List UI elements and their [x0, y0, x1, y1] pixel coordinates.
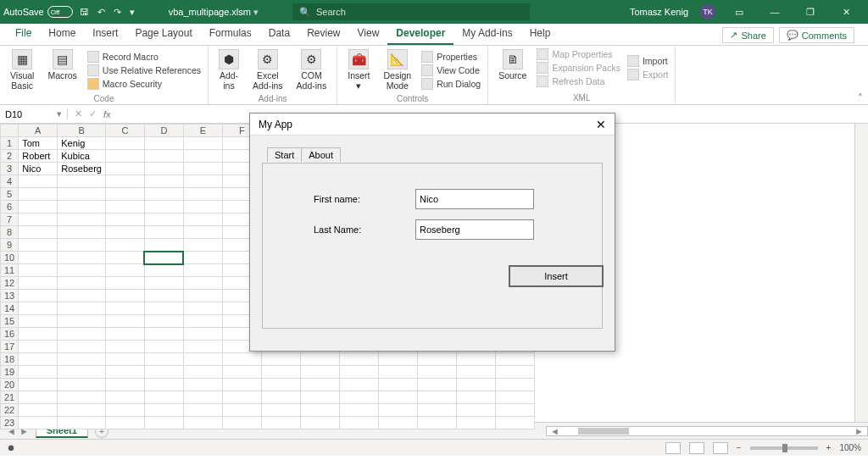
- use-relative-button[interactable]: Use Relative References: [87, 64, 201, 77]
- cell-C9[interactable]: [105, 239, 144, 252]
- cell-D23[interactable]: [144, 417, 183, 429]
- row-header-9[interactable]: 9: [1, 239, 19, 252]
- cell-B19[interactable]: [58, 366, 106, 379]
- cell-C15[interactable]: [105, 315, 144, 328]
- cell-B10[interactable]: [58, 252, 106, 264]
- maximize-icon[interactable]: ❐: [798, 7, 822, 18]
- cell-A10[interactable]: [19, 252, 58, 264]
- macros-button[interactable]: ▤Macros: [44, 47, 80, 92]
- row-header-3[interactable]: 3: [1, 163, 19, 175]
- cell-E14[interactable]: [183, 302, 222, 315]
- enter-formula-icon[interactable]: ✓: [89, 108, 97, 119]
- col-header-A[interactable]: A: [19, 125, 58, 137]
- page-layout-view-button[interactable]: [689, 442, 704, 454]
- cell-A22[interactable]: [19, 404, 58, 417]
- cell-U23[interactable]: [495, 417, 534, 429]
- cell-F19[interactable]: [222, 366, 261, 379]
- cell-O19[interactable]: [261, 366, 300, 379]
- cell-D8[interactable]: [144, 226, 183, 239]
- cell-C1[interactable]: [105, 137, 144, 150]
- cell-E21[interactable]: [183, 391, 222, 404]
- cell-E15[interactable]: [183, 315, 222, 328]
- cell-D20[interactable]: [144, 379, 183, 391]
- addins-button[interactable]: ⬢Add- ins: [215, 47, 242, 92]
- cell-C14[interactable]: [105, 302, 144, 315]
- cell-E17[interactable]: [183, 341, 222, 353]
- cell-T18[interactable]: [456, 353, 495, 366]
- cell-Q20[interactable]: [339, 379, 378, 391]
- import-button[interactable]: Import: [627, 54, 668, 68]
- cell-B2[interactable]: Kubica: [58, 150, 106, 163]
- cell-P18[interactable]: [300, 353, 339, 366]
- cell-C18[interactable]: [105, 353, 144, 366]
- cell-Q18[interactable]: [339, 353, 378, 366]
- cell-R20[interactable]: [378, 379, 417, 391]
- cell-A11[interactable]: [19, 264, 58, 277]
- cell-C19[interactable]: [105, 366, 144, 379]
- cancel-formula-icon[interactable]: ✕: [75, 108, 82, 119]
- row-header-18[interactable]: 18: [1, 353, 19, 366]
- zoom-out-icon[interactable]: −: [737, 443, 742, 452]
- cell-A8[interactable]: [19, 226, 58, 239]
- cell-F22[interactable]: [222, 404, 261, 417]
- com-addins-button[interactable]: ⚙COM Add-ins: [293, 47, 331, 92]
- cell-T19[interactable]: [456, 366, 495, 379]
- cell-D4[interactable]: [144, 175, 183, 188]
- cell-D18[interactable]: [144, 353, 183, 366]
- cell-B20[interactable]: [58, 379, 106, 391]
- ribbon-tab-help[interactable]: Help: [521, 23, 559, 45]
- ribbon-tab-home[interactable]: Home: [40, 23, 84, 45]
- source-button[interactable]: 🗎Source: [495, 47, 530, 88]
- cell-A18[interactable]: [19, 353, 58, 366]
- filename[interactable]: vba_multipage.xlsm ▾: [169, 7, 259, 18]
- cell-U20[interactable]: [495, 379, 534, 391]
- cell-C2[interactable]: [105, 150, 144, 163]
- cell-P23[interactable]: [300, 417, 339, 429]
- cell-C17[interactable]: [105, 341, 144, 353]
- row-header-15[interactable]: 15: [1, 315, 19, 328]
- ribbon-tab-data[interactable]: Data: [260, 23, 298, 45]
- cell-A9[interactable]: [19, 239, 58, 252]
- cell-A14[interactable]: [19, 302, 58, 315]
- cell-C7[interactable]: [105, 213, 144, 226]
- cell-A23[interactable]: [19, 417, 58, 429]
- cell-O22[interactable]: [261, 404, 300, 417]
- cell-E16[interactable]: [183, 328, 222, 341]
- cell-A2[interactable]: Robert: [19, 150, 58, 163]
- comments-button[interactable]: 💬Comments: [779, 27, 854, 43]
- cell-U19[interactable]: [495, 366, 534, 379]
- cell-R18[interactable]: [378, 353, 417, 366]
- cell-B21[interactable]: [58, 391, 106, 404]
- page-break-view-button[interactable]: [713, 442, 728, 454]
- qat-dropdown-icon[interactable]: ▾: [130, 7, 135, 18]
- share-button[interactable]: ↗Share: [722, 27, 773, 43]
- run-dialog-button[interactable]: Run Dialog: [421, 77, 481, 91]
- close-icon[interactable]: ✕: [834, 7, 858, 18]
- cell-B11[interactable]: [58, 264, 106, 277]
- cell-E23[interactable]: [183, 417, 222, 429]
- cell-A19[interactable]: [19, 366, 58, 379]
- row-header-17[interactable]: 17: [1, 341, 19, 353]
- zoom-slider[interactable]: [750, 446, 818, 450]
- row-header-22[interactable]: 22: [1, 404, 19, 417]
- insert-button[interactable]: Insert: [509, 265, 604, 287]
- ribbon-tab-page-layout[interactable]: Page Layout: [126, 23, 200, 45]
- ribbon-tab-my-add-ins[interactable]: My Add-ins: [453, 23, 520, 45]
- cell-B17[interactable]: [58, 341, 106, 353]
- cell-S22[interactable]: [417, 404, 456, 417]
- cell-E10[interactable]: [183, 252, 222, 264]
- undo-icon[interactable]: ↶: [97, 7, 105, 18]
- cell-D21[interactable]: [144, 391, 183, 404]
- cell-P20[interactable]: [300, 379, 339, 391]
- cell-D10[interactable]: [144, 252, 183, 264]
- user-name[interactable]: Tomasz Kenig: [630, 7, 688, 17]
- cell-C13[interactable]: [105, 290, 144, 302]
- col-header-C[interactable]: C: [105, 125, 144, 137]
- cell-T22[interactable]: [456, 404, 495, 417]
- cell-F21[interactable]: [222, 391, 261, 404]
- ribbon-tab-insert[interactable]: Insert: [84, 23, 126, 45]
- cell-P19[interactable]: [300, 366, 339, 379]
- cell-C23[interactable]: [105, 417, 144, 429]
- cell-C10[interactable]: [105, 252, 144, 264]
- cell-Q21[interactable]: [339, 391, 378, 404]
